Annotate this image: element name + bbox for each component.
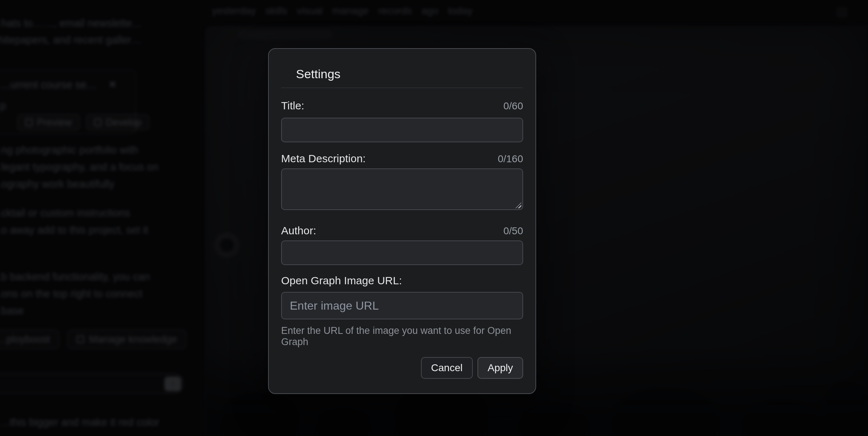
settings-modal: Settings Title: 0/60 Meta Description: 0…	[268, 48, 536, 394]
author-label: Author:	[281, 224, 316, 238]
title-label: Title:	[281, 99, 304, 113]
title-char-counter: 0/60	[504, 100, 523, 112]
modal-actions: Cancel Apply	[281, 357, 523, 379]
cancel-button[interactable]: Cancel	[421, 357, 473, 379]
app-window: yesterday skills visual manage records a…	[0, 0, 868, 436]
title-input[interactable]	[281, 118, 523, 142]
og-field-row: Open Graph Image URL:	[281, 274, 523, 288]
modal-title: Settings	[281, 66, 523, 81]
modal-divider	[281, 88, 523, 88]
apply-button[interactable]: Apply	[477, 357, 523, 379]
meta-description-label: Meta Description:	[281, 152, 366, 165]
author-input[interactable]	[281, 240, 523, 265]
title-field-row: Title: 0/60	[281, 99, 523, 113]
meta-char-counter: 0/160	[498, 153, 523, 165]
og-image-url-label: Open Graph Image URL:	[281, 274, 402, 288]
og-helper-text: Enter the URL of the image you want to u…	[281, 325, 523, 348]
meta-description-textarea[interactable]	[281, 168, 523, 210]
og-image-url-input[interactable]	[281, 292, 523, 319]
meta-textarea-wrap	[281, 168, 523, 210]
meta-field-row: Meta Description: 0/160	[281, 152, 523, 165]
author-char-counter: 0/50	[504, 225, 523, 237]
author-field-row: Author: 0/50	[281, 224, 523, 238]
